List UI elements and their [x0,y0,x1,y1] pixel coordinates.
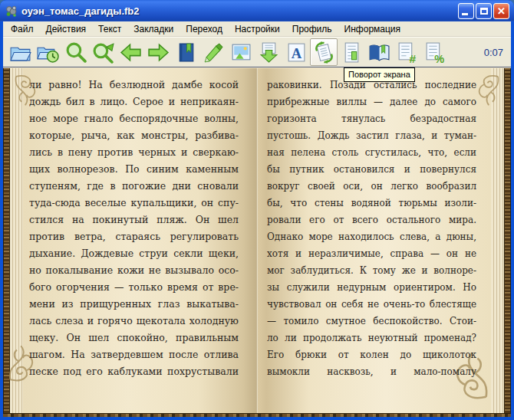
text-line: щеку. Он шел спокойно, правильным [29,330,239,346]
folder-open-icon [9,41,31,64]
arrow-down-document-icon [258,41,280,64]
maximize-button[interactable] [476,3,492,19]
text-line: лись в пену против черных и сверкаю- [29,144,239,161]
back-button[interactable] [117,38,144,66]
left-page-text: ли равно! На безлюдной дамбе косой дождь… [29,77,239,380]
text-line: мени из прищуренных глаз выкатыва- [29,296,239,313]
text-line: дыхание. Дождевые струи секли щеки, [29,245,239,262]
ornate-border-bottom [3,413,511,417]
app-icon [5,5,18,18]
rotate-screen-button[interactable] [310,38,338,66]
text-line: дождь бил в лицо. Серое и неприкаян- [29,94,239,110]
reading-timer: 0:07 [484,47,505,58]
text-line: пустошь. Дождь застил глаза, и туман- [267,127,476,144]
svg-text:A: A [291,44,301,61]
text-line: горизонта тянулась безрадостная [267,110,476,127]
recent-files-button[interactable] [34,38,61,66]
text-line: бы путник остановился и повернулся [267,161,476,178]
folder-history-icon [37,41,59,64]
close-button[interactable]: ✕ [493,3,509,19]
svg-text:#: # [409,51,416,63]
percent-document-icon: % [423,41,446,64]
text-line: вымокли насквозь, и мало-помалу [267,363,476,380]
text-line: вокруг своей оси, он легко вообразил [267,178,476,195]
menu-item-bookmarks[interactable]: Закладки [127,22,180,36]
menu-item-file[interactable]: Файл [5,22,40,36]
menu-item-settings[interactable]: Настройки [229,22,286,36]
bookmarks-button[interactable] [172,38,199,66]
text-line: хотя и неразличимые, справа — он не [267,245,476,262]
text-line: Его брюки от колен до щиколоток [267,346,476,363]
tooltip: Поворот экрана [344,67,415,82]
forward-button[interactable] [144,38,172,66]
menu-item-profile[interactable]: Профиль [286,22,338,36]
text-line: ло ли продолжать неуютный променад? [267,330,476,346]
menubar: Файл Действия Текст Закладки Переход Нас… [3,21,511,37]
maximize-icon [480,8,488,15]
text-line: — томило смутное беспокойство. Стои- [267,313,476,330]
menu-item-text[interactable]: Текст [92,22,127,36]
menu-item-actions[interactable]: Действия [40,22,93,36]
cover-image-button[interactable] [227,38,255,66]
text-line: ная пелена столь сгустилась, что, если [267,144,476,161]
text-line: стился на покинутый пляж. Он шел [29,212,239,228]
picture-icon [230,41,252,64]
text-line: туда-сюда веселые купальщики, он спу- [29,195,239,212]
book-view: ли равно! На безлюдной дамбе косой дождь… [3,67,511,417]
hash-document-icon: # [396,41,418,64]
corner-ornament-icon [474,71,500,110]
text-line: ное море гнало беспорядочные волны, [29,110,239,127]
text-line: ступеням, где в погожие дни сновали [29,178,239,195]
goto-line-button[interactable]: # [393,38,420,66]
magnifier-icon [64,41,87,64]
marker-icon [203,41,225,64]
open-book-icon [368,41,390,64]
arrow-right-icon [147,41,170,64]
magnifier-arrow-icon [92,41,114,64]
right-page-text: раковинки. Позади остались последние при… [267,77,476,380]
autoscroll-button[interactable] [255,38,282,66]
font-settings-button[interactable]: A [282,38,310,66]
book-gutter [256,68,258,413]
text-line: но покалывание кожи не вызывало осо- [29,262,239,279]
titlebar: оуэн_томас_дагиды.fb2 ✕ [0,0,514,21]
menu-item-info[interactable]: Информация [338,22,407,36]
page-section-icon [341,41,363,64]
text-line: песке под его каблуками похрустывали [29,363,239,380]
text-line: бого огорчения — только время от вре- [29,279,239,296]
page-layout-button[interactable] [338,38,365,66]
arrow-left-icon [120,41,142,64]
open-file-button[interactable] [6,38,34,66]
rotate-document-icon [313,41,335,64]
goto-percent-button[interactable]: % [420,38,448,66]
close-icon: ✕ [497,5,506,17]
window-title: оуэн_томас_дагиды.fb2 [21,5,140,17]
page-edges-right [491,68,504,413]
minimize-button[interactable] [458,3,474,19]
text-line: зы служили недурным ориентиром. Но [267,279,476,296]
toolbar: A # % 0:07 [3,37,511,67]
text-line: мог заблудиться. К тому же и волноре- [267,262,476,279]
menu-item-navigation[interactable]: Переход [180,22,229,36]
svg-text:%: % [434,52,444,63]
text-line: щих волнорезов. По синим каменным [29,161,239,178]
text-line: шагом. На затвердевшем после отлива [29,346,239,363]
app-window: оуэн_томас_дагиды.fb2 ✕ Файл Действия Те… [0,0,514,420]
text-line: прибрежные виллы — далее до самого [267,94,476,110]
text-line: Однако море находилось слева, а дюны, [267,228,476,245]
minimize-icon [462,13,468,15]
letter-a-document-icon: A [285,41,308,64]
highlight-button[interactable] [199,38,227,66]
ornate-border-right [504,68,511,413]
search-button[interactable] [61,38,89,66]
book-bookmark-icon [175,41,197,64]
text-line: ровали его от всего остального мира. [267,212,476,228]
text-line: которые, рыча, как монстры, разбива- [29,127,239,144]
text-line: ли равно! На безлюдной дамбе косой [29,77,239,94]
text-line: против ветра, стараясь регулировать [29,228,239,245]
search-next-button[interactable] [89,38,117,66]
book-mode-button[interactable] [365,38,393,66]
text-line: бы, что стены водяной тюрьмы изоли- [267,195,476,212]
text-line: чувствовал он себя не очень-то блестяще [267,296,476,313]
text-line: лась слеза и горячо щекотала холодную [29,313,239,330]
